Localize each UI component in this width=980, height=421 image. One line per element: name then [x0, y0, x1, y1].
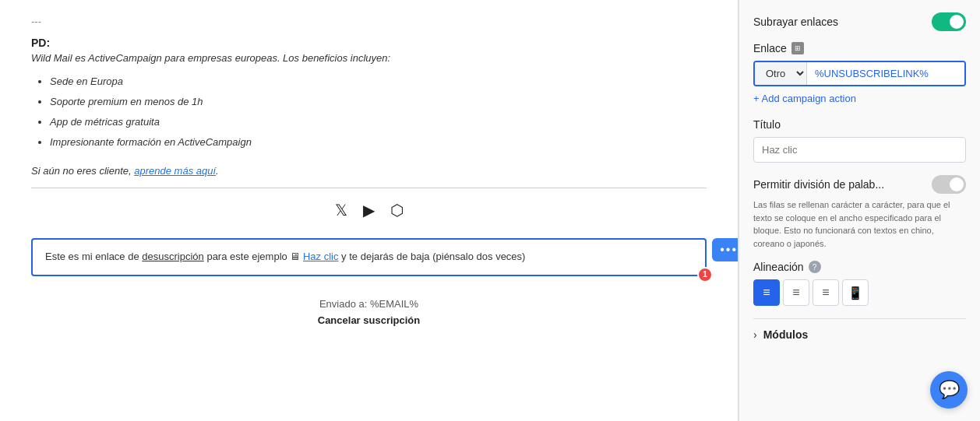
- client-link[interactable]: aprende más aquí: [134, 165, 216, 177]
- titulo-section: Título: [753, 118, 966, 163]
- three-dots-button[interactable]: •••: [712, 238, 739, 261]
- enlace-url-input[interactable]: [807, 62, 964, 85]
- modulos-header[interactable]: › Módulos: [753, 328, 966, 341]
- titulo-label: Título: [753, 118, 966, 131]
- unsubscribe-before: Este es mi enlace de: [45, 251, 142, 262]
- enlace-inputs: Otro: [753, 61, 966, 86]
- client-text-before: Si aún no eres cliente,: [31, 165, 134, 177]
- divider: [31, 188, 707, 188]
- email-preview-panel: --- PD: Wild Mail es ActiveCampaign para…: [0, 0, 739, 421]
- align-left-button[interactable]: ≡: [753, 279, 780, 306]
- toggle-check-icon: ✓: [955, 16, 961, 25]
- social-icons: 𝕏 ▶ ⬡: [31, 201, 707, 219]
- division-label: Permitir división de palab...: [753, 178, 884, 191]
- enlace-info-icon[interactable]: ⊞: [791, 42, 804, 54]
- alineacion-section: Alineación ? ≡ ≡ ≡ 📱: [753, 261, 966, 306]
- division-description: Las filas se rellenan carácter a carácte…: [753, 198, 966, 250]
- bullet-list: Sede en Europa Soporte premium en menos …: [31, 72, 707, 153]
- subrayar-toggle[interactable]: ✓: [932, 12, 966, 31]
- division-section: Permitir división de palab... Las filas …: [753, 175, 966, 250]
- unsubscribe-mid: para este ejemplo 🖥: [204, 251, 303, 262]
- enlace-type-select[interactable]: Otro: [755, 62, 807, 85]
- align-right-button[interactable]: ≡: [813, 279, 839, 306]
- youtube-icon[interactable]: ▶: [363, 201, 375, 219]
- chat-button[interactable]: 💬: [930, 371, 968, 409]
- client-text-after: .: [216, 165, 219, 177]
- unsubscribe-text: Este es mi enlace de desuscripción para …: [45, 251, 525, 262]
- footer-cancel: Cancelar suscripción: [31, 314, 707, 326]
- align-buttons-group: ≡ ≡ ≡ 📱: [753, 279, 966, 306]
- list-item: Impresionante formación en ActiveCampaig…: [50, 132, 707, 153]
- twitter-icon[interactable]: 𝕏: [335, 201, 347, 219]
- unsubscribe-after: y te dejarás de baja (piénsalo dos veces…: [339, 251, 526, 262]
- alineacion-help-icon[interactable]: ?: [809, 261, 821, 273]
- enlace-section: Enlace ⊞ Otro + Add campaign action: [753, 42, 966, 104]
- division-toggle[interactable]: [932, 175, 966, 194]
- footer-email: Enviado a: %EMAIL%: [31, 298, 707, 310]
- subrayar-label: Subrayar enlaces: [753, 16, 838, 28]
- pd-subtitle: Wild Mail es ActiveCampaign para empresa…: [31, 52, 707, 64]
- pd-block: PD: Wild Mail es ActiveCampaign para emp…: [31, 37, 707, 153]
- instagram-icon[interactable]: ⬡: [390, 201, 404, 219]
- list-item: Sede en Europa: [50, 72, 707, 92]
- unsubscribe-block: Este es mi enlace de desuscripción para …: [31, 238, 707, 276]
- client-text: Si aún no eres cliente, aprende más aquí…: [31, 165, 707, 177]
- modulos-chevron-icon: ›: [753, 328, 757, 341]
- align-center-button[interactable]: ≡: [783, 279, 809, 306]
- right-panel: Subrayar enlaces ✓ Enlace ⊞ Otro + Add c…: [739, 0, 980, 421]
- footer-area: Enviado a: %EMAIL% Cancelar suscripción: [31, 298, 707, 326]
- unsubscribe-link[interactable]: Haz clic: [303, 251, 339, 262]
- subrayar-row: Subrayar enlaces ✓: [753, 12, 966, 31]
- number-badge: 1: [697, 267, 713, 282]
- division-header: Permitir división de palab...: [753, 175, 966, 194]
- modulos-label: Módulos: [763, 328, 809, 341]
- chat-icon: 💬: [939, 380, 960, 400]
- alineacion-header: Alineación ?: [753, 261, 966, 273]
- dash-line: ---: [31, 16, 707, 27]
- list-item: Soporte premium en menos de 1h: [50, 92, 707, 112]
- modulos-section: › Módulos: [753, 318, 966, 341]
- enlace-label: Enlace ⊞: [753, 42, 966, 54]
- align-mobile-button[interactable]: 📱: [842, 279, 869, 306]
- add-campaign-action-link[interactable]: + Add campaign action: [753, 93, 966, 104]
- unsubscribe-underline: desuscripción: [142, 251, 204, 262]
- list-item: App de métricas gratuita: [50, 112, 707, 132]
- alineacion-label: Alineación: [753, 261, 804, 273]
- titulo-input[interactable]: [753, 137, 966, 163]
- pd-title: PD:: [31, 37, 707, 49]
